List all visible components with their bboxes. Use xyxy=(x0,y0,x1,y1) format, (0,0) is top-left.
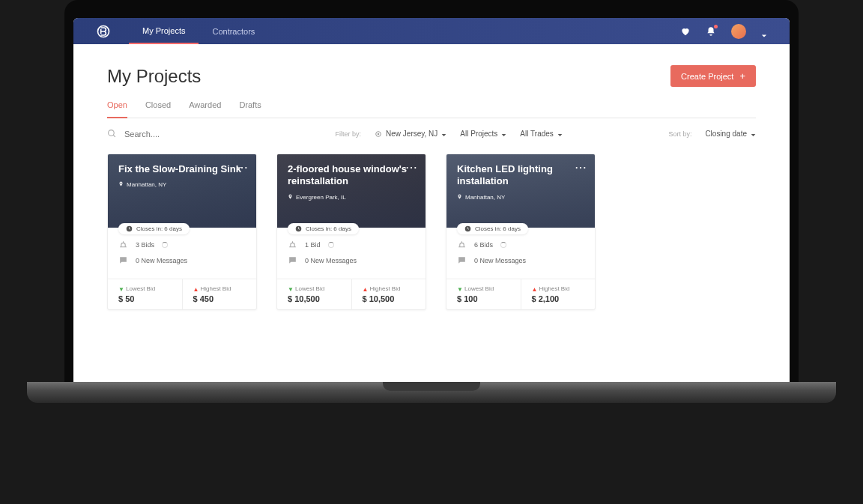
chat-icon xyxy=(457,255,467,265)
closes-badge: Closes in: 6 days xyxy=(288,223,359,234)
lowest-bid-label: Lowest Bid xyxy=(464,285,494,292)
messages-text: 0 New Messages xyxy=(136,257,187,264)
arrow-up-icon: ▲ xyxy=(363,286,367,292)
projects-filter[interactable]: All Projects xyxy=(460,130,506,138)
notifications-icon[interactable] xyxy=(706,26,716,37)
closes-text: Closes in: 6 days xyxy=(306,225,351,232)
loading-spinner-icon xyxy=(328,242,334,248)
chevron-down-icon xyxy=(751,131,756,136)
lowest-bid-label: Lowest Bid xyxy=(295,285,324,292)
lowest-bid-value: $ 100 xyxy=(457,294,510,303)
svg-point-1 xyxy=(109,130,115,136)
highest-bid: ▲Highest Bid $ 450 xyxy=(183,279,257,309)
lowest-bid-value: $ 10,500 xyxy=(288,294,341,303)
highest-bid-value: $ 450 xyxy=(193,294,246,303)
messages-stat: 0 New Messages xyxy=(288,255,415,265)
messages-text: 0 New Messages xyxy=(474,257,526,264)
user-avatar[interactable] xyxy=(731,24,746,39)
app-header: My Projects Contractors xyxy=(73,18,790,44)
clock-icon xyxy=(295,225,302,232)
card-location: Evergreen Park, IL xyxy=(288,194,415,201)
sort-value: Closing date xyxy=(705,130,747,138)
loading-spinner-icon xyxy=(500,242,506,248)
clock-icon xyxy=(464,225,471,232)
hammer-icon xyxy=(118,240,128,249)
pin-icon xyxy=(288,194,293,201)
status-tabs: Open Closed Awarded Drafts xyxy=(107,100,756,118)
trades-filter[interactable]: All Trades xyxy=(520,130,562,138)
nav-contractors[interactable]: Contractors xyxy=(199,18,268,44)
search-input[interactable] xyxy=(124,130,229,139)
closes-text: Closes in: 6 days xyxy=(136,225,182,232)
location-filter[interactable]: New Jersey, NJ xyxy=(375,130,446,138)
clock-icon xyxy=(126,225,133,232)
app-screen: My Projects Contractors xyxy=(73,18,790,382)
nav-my-projects[interactable]: My Projects xyxy=(129,18,199,44)
arrow-up-icon: ▲ xyxy=(532,286,536,292)
tab-awarded[interactable]: Awarded xyxy=(189,100,221,118)
user-menu-chevron-icon[interactable] xyxy=(761,28,767,34)
tab-open[interactable]: Open xyxy=(107,100,127,118)
loading-spinner-icon xyxy=(162,242,168,248)
lowest-bid-value: $ 50 xyxy=(118,294,172,303)
svg-point-4 xyxy=(378,133,379,135)
bids-stat: 6 Bids xyxy=(457,240,584,249)
create-project-label: Create Project xyxy=(681,72,733,81)
lowest-bid: ▼Lowest Bid $ 50 xyxy=(108,279,183,309)
sort-by-label: Sort by: xyxy=(668,130,691,138)
card-location: Manhattan, NY xyxy=(118,181,246,188)
bids-text: 1 Bid xyxy=(305,241,321,249)
card-location-text: Evergreen Park, IL xyxy=(296,194,346,201)
bids-text: 3 Bids xyxy=(136,241,154,249)
chevron-down-icon xyxy=(557,131,563,136)
hammer-icon xyxy=(288,240,297,249)
messages-stat: 0 New Messages xyxy=(457,255,584,265)
filter-by-label: Filter by: xyxy=(336,130,362,138)
page-title: My Projects xyxy=(107,66,201,87)
chat-icon xyxy=(118,255,128,265)
highest-bid-label: Highest Bid xyxy=(539,285,570,292)
projects-filter-value: All Projects xyxy=(460,130,497,138)
favorites-icon[interactable] xyxy=(680,26,691,37)
highest-bid-label: Highest Bid xyxy=(201,285,231,292)
highest-bid-value: $ 10,500 xyxy=(363,294,416,303)
bids-stat: 1 Bid xyxy=(288,240,415,249)
search-icon xyxy=(107,129,117,139)
card-location: Manhattan, NY xyxy=(457,194,584,201)
closes-badge: Closes in: 6 days xyxy=(118,223,190,234)
location-target-icon xyxy=(375,130,382,138)
location-filter-value: New Jersey, NJ xyxy=(386,130,437,138)
project-card[interactable]: ⋯ 2-floored house window's reinstallatio… xyxy=(276,154,426,310)
tab-drafts[interactable]: Drafts xyxy=(239,100,261,118)
lowest-bid-label: Lowest Bid xyxy=(126,285,155,292)
highest-bid: ▲Highest Bid $ 2,100 xyxy=(521,279,596,309)
card-menu-icon[interactable]: ⋯ xyxy=(575,160,587,174)
lowest-bid: ▼Lowest Bid $ 100 xyxy=(446,279,521,309)
card-location-text: Manhattan, NY xyxy=(127,181,166,188)
laptop-base xyxy=(27,382,836,403)
project-card[interactable]: ⋯ Fix the Slow-Draining Sink Manhattan, … xyxy=(107,154,257,310)
closes-text: Closes in: 6 days xyxy=(475,225,521,232)
arrow-down-icon: ▼ xyxy=(118,286,123,292)
card-menu-icon[interactable]: ⋯ xyxy=(236,160,249,174)
sort-select[interactable]: Closing date xyxy=(705,130,756,138)
filter-row: Filter by: New Jersey, NJ All Projects xyxy=(107,129,756,139)
tab-closed[interactable]: Closed xyxy=(145,100,171,118)
svg-line-2 xyxy=(113,135,115,137)
bids-text: 6 Bids xyxy=(474,241,493,249)
lowest-bid: ▼Lowest Bid $ 10,500 xyxy=(277,279,352,309)
card-menu-icon[interactable]: ⋯ xyxy=(405,160,418,174)
chevron-down-icon xyxy=(501,131,506,136)
bids-stat: 3 Bids xyxy=(118,240,246,249)
messages-text: 0 New Messages xyxy=(305,257,357,264)
create-project-button[interactable]: Create Project + xyxy=(670,65,756,87)
project-card[interactable]: ⋯ Kitchen LED lighting installation Manh… xyxy=(446,154,596,310)
laptop-mockup: My Projects Contractors xyxy=(64,0,799,403)
main-nav: My Projects Contractors xyxy=(129,18,268,44)
plus-icon: + xyxy=(739,71,745,81)
logo-icon[interactable] xyxy=(96,24,111,39)
chevron-down-icon xyxy=(441,131,446,136)
trades-filter-value: All Trades xyxy=(520,130,553,138)
highest-bid-value: $ 2,100 xyxy=(532,294,585,303)
closes-badge: Closes in: 6 days xyxy=(457,223,528,234)
